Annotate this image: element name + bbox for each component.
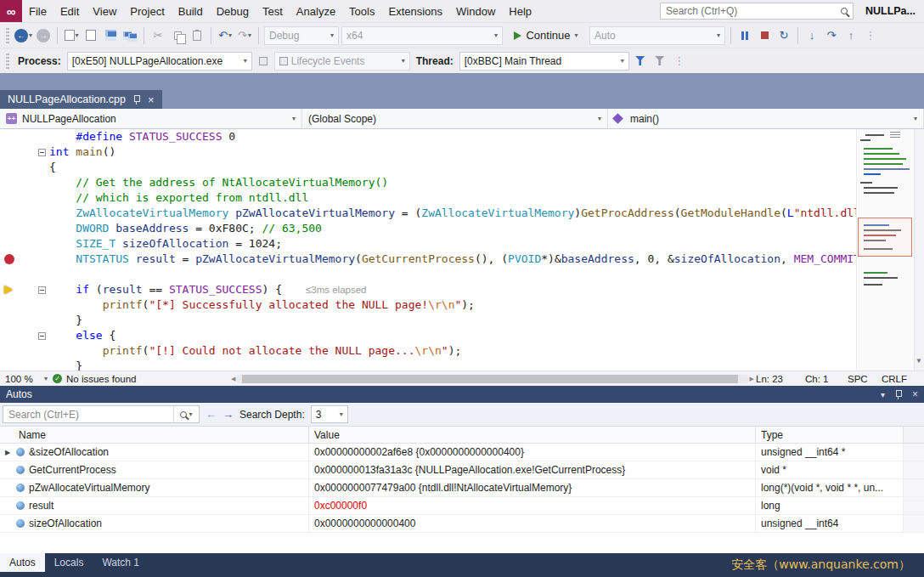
glyph-margin[interactable]	[0, 328, 34, 343]
editor-splitter-grip[interactable]	[890, 132, 900, 139]
column-header-type[interactable]: Type	[756, 427, 904, 443]
new-project-button[interactable]: ▾	[63, 26, 80, 45]
autos-cell-name[interactable]: sizeOfAllocation	[0, 515, 309, 532]
spaces-indicator[interactable]: SPC	[848, 374, 882, 384]
menu-item-test[interactable]: Test	[256, 1, 290, 22]
autos-cell-type[interactable]: unsigned __int64	[756, 515, 904, 532]
menu-item-build[interactable]: Build	[172, 1, 210, 22]
chevron-down-icon[interactable]: ▾	[228, 31, 232, 39]
row-expander-icon[interactable]: ▶	[3, 449, 12, 456]
step-into-button[interactable]: ↓	[803, 26, 820, 45]
glyph-margin[interactable]	[0, 221, 34, 236]
glyph-margin[interactable]	[0, 160, 34, 175]
cut-button[interactable]: ✂	[149, 26, 166, 45]
window-position-icon[interactable]: ▾	[881, 390, 885, 399]
code-line[interactable]: SIZE_T sizeOfAllocation = 1024;	[0, 236, 924, 252]
glyph-margin[interactable]	[0, 129, 34, 144]
toolbar-overflow-button[interactable]: ⋮	[862, 26, 879, 45]
fold-collapse-icon[interactable]	[38, 286, 46, 294]
minimap[interactable]	[856, 129, 914, 371]
process-dropdown[interactable]: [0xE50] NULLPageAllocation.exe▾	[67, 52, 252, 71]
project-dropdown[interactable]: ++ NULLPageAllocation ▾	[0, 109, 302, 128]
autos-search-input[interactable]: Search (Ctrl+E) ▾	[3, 405, 200, 423]
code-line[interactable]: printf("[!] Could not allocate the NULL …	[0, 343, 924, 359]
toolbar-grip[interactable]	[6, 54, 9, 69]
autos-cell-name[interactable]: ▶&sizeOfAllocation	[0, 444, 309, 461]
code-line[interactable]: DWORD baseAddress = 0xF80C; // 63,500	[0, 221, 924, 236]
line-ending-indicator[interactable]: CRLF	[882, 374, 919, 384]
code-line[interactable]: {	[0, 160, 924, 175]
step-over-button[interactable]: ↷	[823, 26, 840, 45]
autos-row[interactable]: sizeOfAllocation0x0000000000000400unsign…	[0, 515, 924, 533]
glyph-margin[interactable]	[0, 206, 34, 221]
menu-item-help[interactable]: Help	[502, 1, 538, 22]
glyph-margin[interactable]	[0, 252, 34, 267]
menu-item-file[interactable]: File	[22, 1, 54, 22]
autos-cell-type[interactable]: unsigned __int64 *	[756, 444, 904, 461]
save-all-button[interactable]	[121, 26, 138, 45]
autos-row[interactable]: ▶&sizeOfAllocation0x00000000002af6e8 {0x…	[0, 444, 924, 461]
code-line[interactable]: if (result == STATUS_SUCCESS) {≤3ms elap…	[0, 282, 924, 297]
process-info-button[interactable]	[255, 52, 272, 71]
glyph-margin[interactable]	[0, 144, 34, 160]
menu-item-project[interactable]: Project	[123, 1, 171, 22]
menu-item-edit[interactable]: Edit	[54, 1, 86, 22]
redo-button[interactable]: ↷▾	[236, 26, 253, 45]
close-icon[interactable]: ×	[148, 94, 155, 105]
pin-icon[interactable]	[133, 95, 140, 105]
menu-item-view[interactable]: View	[86, 1, 123, 22]
glyph-margin[interactable]	[0, 313, 34, 328]
member-dropdown[interactable]: main() ▾	[608, 109, 924, 128]
autos-cell-type[interactable]: long	[756, 497, 904, 514]
chevron-down-icon[interactable]: ▾	[29, 31, 32, 39]
menu-item-window[interactable]: Window	[449, 1, 502, 22]
code-line[interactable]: int main()	[0, 144, 924, 160]
quick-search-box[interactable]: Search (Ctrl+Q)	[660, 3, 854, 20]
glyph-margin[interactable]	[0, 359, 34, 371]
chevron-down-icon[interactable]: ▾	[76, 31, 79, 39]
glyph-margin[interactable]	[0, 267, 34, 282]
filter-threads-button[interactable]	[632, 52, 649, 71]
column-indicator[interactable]: Ch: 1	[805, 374, 848, 384]
code-line[interactable]: }	[0, 359, 924, 371]
step-out-button[interactable]: ↑	[842, 26, 859, 45]
panel-tab-locals[interactable]: Locals	[45, 553, 93, 572]
autos-cell-name[interactable]: result	[0, 497, 309, 514]
glyph-margin[interactable]	[0, 343, 34, 359]
code-line[interactable]: // Get the address of NtAllocateVirtualM…	[0, 175, 924, 190]
code-line[interactable]: NTSTATUS result = pZwAllocateVirtualMemo…	[0, 252, 924, 267]
navigate-backward-button[interactable]: ←▾	[14, 26, 32, 45]
chevron-down-icon[interactable]: ▾	[575, 31, 578, 39]
undo-button[interactable]: ↶▾	[217, 26, 234, 45]
open-file-button[interactable]	[82, 26, 99, 45]
close-icon[interactable]: ×	[912, 388, 918, 400]
navigate-forward-button[interactable]: →	[35, 26, 52, 45]
autos-cell-value[interactable]: 0x0000000077479a00 {ntdll.dll!NtAllocate…	[309, 479, 756, 496]
code-line[interactable]: }	[0, 313, 924, 328]
code-line[interactable]: else {	[0, 328, 924, 343]
scrollbar-down-icon[interactable]: ▼	[915, 354, 923, 369]
column-header-value[interactable]: Value	[309, 427, 756, 443]
stop-debugging-button[interactable]	[756, 26, 773, 45]
perf-tip[interactable]: ≤3ms elapsed	[306, 282, 367, 297]
fold-collapse-icon[interactable]	[38, 332, 46, 340]
fold-collapse-icon[interactable]	[38, 149, 46, 156]
scope-dropdown[interactable]: (Global Scope) ▾	[302, 109, 608, 128]
fold-margin[interactable]	[34, 282, 49, 297]
break-all-button[interactable]	[736, 26, 753, 45]
flag-threads-button[interactable]	[651, 52, 668, 71]
glyph-margin[interactable]	[0, 282, 34, 297]
horizontal-scrollbar[interactable]: ◀ ▶	[229, 371, 756, 386]
toolbar-grip[interactable]	[6, 28, 9, 43]
menu-item-tools[interactable]: Tools	[342, 1, 381, 22]
glyph-margin[interactable]	[0, 236, 34, 252]
previous-result-button[interactable]: ←	[206, 409, 217, 420]
debug-target-dropdown[interactable]: Auto▾	[589, 26, 725, 45]
code-line[interactable]: // which is exported from ntdll.dll	[0, 190, 924, 206]
code-line[interactable]	[0, 267, 924, 282]
autos-cell-value[interactable]: 0x000000013fa31a3c {NULLPageAllocation.e…	[309, 461, 756, 478]
minimap-viewport[interactable]	[858, 218, 912, 257]
toolbar-overflow-button[interactable]: ⋮	[671, 52, 688, 71]
glyph-margin[interactable]	[0, 297, 34, 313]
pin-icon[interactable]	[895, 390, 902, 399]
